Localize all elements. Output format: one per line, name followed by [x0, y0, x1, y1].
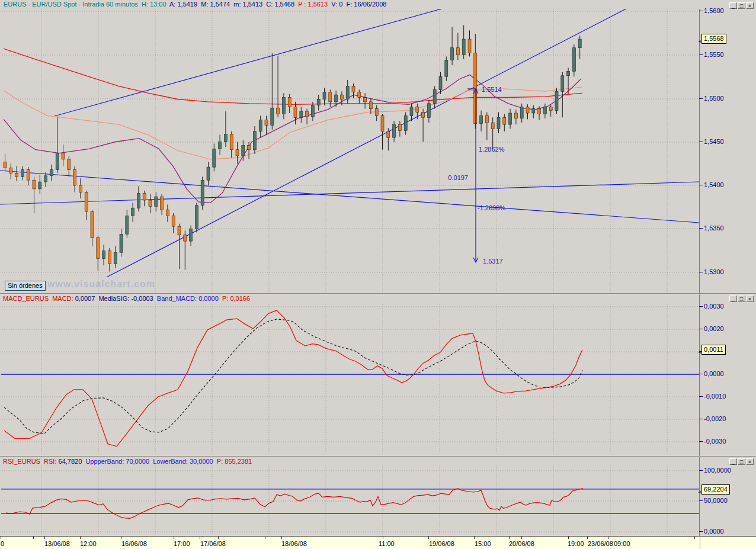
axis-tick	[568, 537, 569, 539]
minimize-button[interactable]: _	[729, 2, 737, 9]
time-axis-label: 17/06/08	[200, 540, 226, 547]
maximize-button[interactable]: □	[738, 296, 745, 302]
chart-title-bar: EURUS - EUR/USD Spot - Intradia 60 minut…	[0, 0, 756, 9]
header-segment: P:	[217, 458, 225, 465]
axis-tick	[521, 537, 522, 539]
header-segment: C: 1,5468	[266, 1, 298, 8]
axis-divider	[700, 537, 700, 549]
macd-panel-window-buttons: _ □ ×	[729, 296, 754, 302]
axis-tick	[608, 537, 608, 539]
minimize-button[interactable]: _	[729, 296, 737, 302]
axis-tick	[281, 537, 282, 539]
axis-tick	[474, 537, 475, 539]
panel-separator[interactable]	[0, 456, 756, 457]
header-segment: EURUS - EUR/USD Spot - Intradia 60 minut…	[4, 1, 142, 8]
time-axis-label: 11:00	[379, 540, 395, 547]
time-axis-label: 18/06/08	[281, 540, 307, 547]
axis-tick	[509, 537, 510, 539]
header-segment: 0,0007	[75, 295, 99, 302]
tag-arrow-icon: ◄	[697, 487, 701, 496]
header-segment: M: 1,5474	[201, 1, 233, 8]
last-value-tag: ◄69,2204	[701, 484, 730, 495]
header-segment: P:	[222, 295, 230, 302]
header-segment: RSI:	[44, 458, 58, 465]
axis-tick	[587, 537, 588, 539]
panel-separator[interactable]	[0, 293, 756, 294]
time-axis-label: 09:00	[614, 540, 630, 547]
axis-tick	[33, 537, 34, 539]
visualchart-watermark: www.visualchart.com	[47, 279, 155, 290]
header-segment: -0,0003	[131, 295, 156, 302]
close-button[interactable]: ×	[746, 296, 754, 302]
header-segment: 64,7820	[59, 458, 86, 465]
axis-tick	[200, 537, 200, 539]
tag-arrow-icon: ◄	[697, 348, 701, 357]
time-axis-label: 0	[1, 540, 4, 547]
close-button[interactable]: ×	[746, 458, 754, 465]
macd-header: MACD_EURUS MACD: 0,0007 MediaSIG: -0,000…	[3, 295, 250, 302]
time-axis-label: 17:00	[174, 540, 190, 547]
header-segment: UppperBand:	[85, 458, 126, 465]
last-value-tag: ◄1,5568	[701, 34, 726, 44]
no-orders-badge[interactable]: Sin órdenes	[5, 281, 46, 291]
time-axis-label: 15:00	[475, 540, 491, 547]
axis-tick	[428, 537, 429, 539]
last-value-tag: ◄0,0011	[701, 345, 726, 355]
axis-tick	[121, 537, 121, 539]
axis-tick	[694, 537, 695, 539]
axis-tick	[44, 537, 45, 539]
header-segment: 30,0000	[190, 458, 217, 465]
time-axis-label: 19/06/08	[429, 540, 454, 547]
time-axis[interactable]: 013/06/0812:0016/06/0817:0017/06/0818/06…	[0, 536, 756, 549]
time-axis-label: 13/06/08	[44, 540, 70, 547]
axis-tick	[383, 537, 383, 539]
rsi-header: RSI_EURUS RSI: 64,7820 UppperBand: 70,00…	[3, 458, 252, 465]
time-axis-label: 12:00	[80, 540, 97, 547]
header-segment: P : 1,5613	[298, 1, 331, 8]
minimize-button[interactable]: _	[729, 458, 737, 465]
header-segment: Band_MACD:	[157, 295, 198, 302]
header-segment: 70,0000	[126, 458, 153, 465]
axis-tick	[1, 537, 1, 539]
header-segment: 0,0166	[230, 295, 250, 302]
header-segment: MACD_EURUS	[3, 295, 52, 302]
header-segment: F: 16/06/2008	[347, 1, 387, 8]
axis-tick	[80, 537, 81, 539]
time-axis-label: 19:00	[568, 540, 584, 547]
header-segment: MediaSIG:	[98, 295, 131, 302]
header-segment: m: 1,5413	[233, 1, 266, 8]
header-segment: H: 13:00	[142, 1, 169, 8]
header-segment: 855,2381	[225, 458, 252, 465]
axis-tick	[265, 537, 265, 539]
visual-chart-window: EURUS - EUR/USD Spot - Intradia 60 minut…	[0, 0, 756, 549]
header-segment: LowerBand:	[153, 458, 190, 465]
header-segment: A: 1,5419	[169, 1, 201, 8]
header-segment: RSI_EURUS	[3, 458, 44, 465]
maximize-button[interactable]: □	[738, 2, 745, 9]
axis-tick	[174, 537, 174, 539]
header-segment: V: 0	[331, 1, 346, 8]
time-axis-label: 20/06/08	[509, 540, 534, 547]
header-segment: 0,0000	[198, 295, 222, 302]
time-axis-label: 16/06/08	[121, 540, 147, 547]
time-axis-label: 23/06/08	[588, 540, 613, 547]
axis-tick	[218, 537, 219, 539]
rsi-panel-window-buttons: _ □ ×	[729, 458, 754, 465]
maximize-button[interactable]: □	[738, 458, 745, 465]
tag-arrow-icon: ◄	[697, 37, 701, 46]
price-panel-window-buttons: _ □ ×	[729, 2, 754, 9]
header-segment: MACD:	[52, 295, 75, 302]
close-button[interactable]: ×	[746, 2, 754, 9]
